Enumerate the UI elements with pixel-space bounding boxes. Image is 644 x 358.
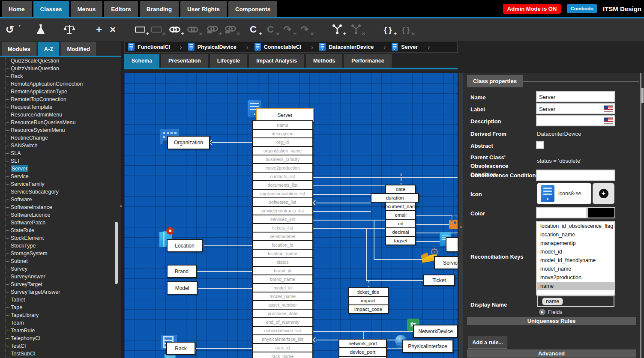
collapse-left-icon[interactable]: « [120,203,122,208]
uniqueness-rules-header[interactable]: Uniqueness Rules [467,317,636,325]
obsolescence-input[interactable] [537,170,614,180]
icon-preview[interactable]: icons8-se [537,183,591,204]
nav-tab[interactable]: Classes [33,1,69,17]
class-tree-item[interactable]: ResourceRunQueriesMenu [0,119,121,126]
combodo-badge[interactable]: Combodo [567,4,597,13]
class-tree-item[interactable]: ServiceSubcategory [0,188,121,196]
reconciliation-key-item[interactable]: location_id_obsolescence_flag [537,222,614,230]
class-tree-item[interactable]: TapeLibrary [0,311,121,319]
reconciliation-key-item[interactable]: managementip [537,239,614,248]
sidebar-tab[interactable]: A-Z [38,42,60,56]
field-node[interactable]: rack_name [252,352,313,358]
class-node-rack[interactable]: Rack [166,342,195,355]
detail-tab[interactable]: Performance [344,54,391,68]
reconciliation-key-item[interactable]: name [537,282,614,290]
class-tree-item[interactable]: SurveyTarget [0,280,121,288]
breadcrumb-item[interactable]: DatacenterDevice › [319,43,392,51]
class-tree-item[interactable]: SLA [0,149,121,157]
color-input[interactable] [537,208,586,218]
nav-tab[interactable]: Branding [140,1,179,17]
class-tree-item[interactable]: SANSwitch [0,142,121,149]
advanced-header[interactable]: Advanced [467,349,636,358]
type-node[interactable]: decimal [385,227,416,237]
field-node[interactable]: model_id [252,283,313,292]
field-node[interactable]: brand_id [252,266,313,275]
field-node[interactable]: organization_name [252,146,313,155]
class-node-ticket[interactable]: Ticket [423,274,455,286]
nav-tab[interactable]: Menus [71,1,103,17]
class-tree-item[interactable]: StockType [0,242,121,250]
class-tree-item[interactable]: RemoteiTopConnection [0,95,121,103]
nav-tab[interactable]: Components [228,1,278,17]
class-tree-item[interactable]: SLT [0,157,121,165]
flask-icon[interactable] [35,23,46,36]
field-node[interactable]: serialnumber [252,232,313,241]
type-node[interactable]: date [385,185,416,194]
delete-icon[interactable]: × [107,23,118,36]
add-class-icon[interactable]: C+ [248,23,259,36]
breadcrumb-item[interactable]: PhysicalDevice › [188,43,255,51]
class-tree-item[interactable]: StorageSystem [0,250,121,257]
class-node-provider[interactable]: P [446,237,458,252]
type-node[interactable]: tagset [385,236,416,245]
type-node[interactable]: duration [371,193,419,203]
field-node[interactable]: contacts_list [252,172,313,181]
field-node[interactable]: location_id [252,240,313,250]
class-tree-item[interactable]: Subnet [0,257,121,265]
display-name-chip[interactable]: name [542,298,563,305]
type-node[interactable]: document_name [385,202,416,211]
label-input[interactable] [537,104,614,113]
field-node[interactable]: location_name [252,249,313,258]
reconciliation-key-item[interactable]: location_name [537,230,614,239]
class-tree-item[interactable]: SoftwarePatch [0,219,121,227]
class-tree-item[interactable]: Server [0,165,121,173]
add-hierarchy-icon[interactable]: + [332,23,343,36]
reconciliation-key-item[interactable]: model_id [537,248,614,256]
reconciliation-key-item[interactable]: move2production [537,273,614,282]
nav-tab[interactable]: User Rights [180,1,227,17]
field-node[interactable]: asset_number [252,300,313,310]
field-node[interactable]: device_port [338,347,387,357]
class-tree-item[interactable]: SoftwareLicence [0,211,121,219]
class-tree-item[interactable]: ResourceSystemMenu [0,126,121,134]
field-node[interactable]: status [252,257,313,267]
field-node[interactable]: rack_id [252,343,313,352]
field-node[interactable]: applicationsolution_list [252,189,313,198]
field-node[interactable]: networkdevice_list [252,326,313,335]
field-node[interactable]: physicalinterface_list [252,334,313,344]
class-node-brand[interactable]: Brand [167,265,197,278]
class-tree-item[interactable]: Tape [0,304,121,311]
field-node[interactable]: tickets_list [252,223,313,233]
class-tree-item[interactable]: QuizzValueQuestion [0,65,121,72]
field-node[interactable]: model_name [252,292,313,301]
field-node[interactable]: providercontracts_list [252,206,313,215]
language-flag-icon[interactable] [604,118,613,123]
class-tree-item[interactable]: SurveyAnswer [0,273,121,280]
add-field-icon[interactable]: + [135,23,146,36]
field-node[interactable]: ticket_title [348,287,389,297]
class-tree-item[interactable]: RoutineChange [0,134,121,142]
description-input[interactable] [537,116,614,125]
class-node-networkdevice[interactable]: NetworkDevice [413,325,458,338]
field-node[interactable]: services_list [252,215,313,224]
class-node-service[interactable]: Service [434,256,458,269]
class-tree-item[interactable]: TestSubCI [0,350,121,358]
class-tree-item[interactable]: Team [0,319,121,327]
class-tree-item[interactable]: RemoteApplicationConnection [0,80,121,88]
sidebar-scrollbar[interactable] [115,222,118,284]
field-node[interactable]: name [252,120,313,130]
class-tree-item[interactable]: StockElement [0,234,121,242]
breadcrumb-item[interactable]: ConnectableCI › [255,43,320,51]
class-tree-item[interactable]: QuizzScaleQuestion [0,57,121,65]
class-tree-item[interactable]: RequestTemplate [0,103,121,111]
sidebar-tab[interactable]: Modified [61,42,96,56]
class-tree-item[interactable]: Service [0,173,121,180]
class-tree-item[interactable]: SurveyTargetAnswer [0,288,121,296]
reconciliation-key-item[interactable]: model_id_friendlyname [537,256,614,265]
type-node[interactable]: url [385,219,416,228]
nav-tab[interactable]: Home [2,1,32,17]
display-name-box[interactable]: name [537,295,614,307]
add-method-icon[interactable]: { }+ [382,23,393,36]
class-tree-item[interactable]: TeamRule [0,327,121,334]
detail-tab[interactable]: Presentation [161,54,208,68]
